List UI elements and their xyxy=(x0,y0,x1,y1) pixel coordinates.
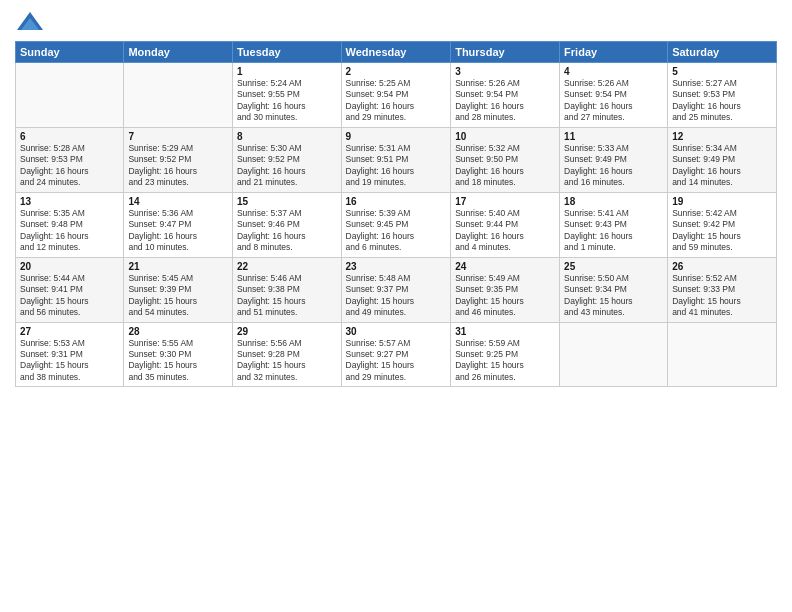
calendar-cell: 23Sunrise: 5:48 AM Sunset: 9:37 PM Dayli… xyxy=(341,257,451,322)
calendar-cell xyxy=(668,322,777,387)
calendar-cell: 13Sunrise: 5:35 AM Sunset: 9:48 PM Dayli… xyxy=(16,192,124,257)
day-content: Sunrise: 5:44 AM Sunset: 9:41 PM Dayligh… xyxy=(20,273,119,319)
calendar-cell xyxy=(560,322,668,387)
day-number: 17 xyxy=(455,196,555,207)
weekday-header-friday: Friday xyxy=(560,42,668,63)
day-content: Sunrise: 5:29 AM Sunset: 9:52 PM Dayligh… xyxy=(128,143,228,189)
calendar-cell: 18Sunrise: 5:41 AM Sunset: 9:43 PM Dayli… xyxy=(560,192,668,257)
day-content: Sunrise: 5:27 AM Sunset: 9:53 PM Dayligh… xyxy=(672,78,772,124)
day-content: Sunrise: 5:24 AM Sunset: 9:55 PM Dayligh… xyxy=(237,78,337,124)
day-number: 10 xyxy=(455,131,555,142)
calendar-cell: 6Sunrise: 5:28 AM Sunset: 9:53 PM Daylig… xyxy=(16,127,124,192)
day-content: Sunrise: 5:37 AM Sunset: 9:46 PM Dayligh… xyxy=(237,208,337,254)
day-number: 7 xyxy=(128,131,228,142)
calendar-cell: 15Sunrise: 5:37 AM Sunset: 9:46 PM Dayli… xyxy=(232,192,341,257)
calendar-cell: 24Sunrise: 5:49 AM Sunset: 9:35 PM Dayli… xyxy=(451,257,560,322)
day-content: Sunrise: 5:26 AM Sunset: 9:54 PM Dayligh… xyxy=(564,78,663,124)
header xyxy=(15,10,777,35)
day-number: 13 xyxy=(20,196,119,207)
day-number: 29 xyxy=(237,326,337,337)
day-content: Sunrise: 5:31 AM Sunset: 9:51 PM Dayligh… xyxy=(346,143,447,189)
calendar-cell xyxy=(16,63,124,128)
day-content: Sunrise: 5:28 AM Sunset: 9:53 PM Dayligh… xyxy=(20,143,119,189)
calendar-week-3: 13Sunrise: 5:35 AM Sunset: 9:48 PM Dayli… xyxy=(16,192,777,257)
calendar-week-4: 20Sunrise: 5:44 AM Sunset: 9:41 PM Dayli… xyxy=(16,257,777,322)
day-content: Sunrise: 5:34 AM Sunset: 9:49 PM Dayligh… xyxy=(672,143,772,189)
calendar-week-5: 27Sunrise: 5:53 AM Sunset: 9:31 PM Dayli… xyxy=(16,322,777,387)
page: SundayMondayTuesdayWednesdayThursdayFrid… xyxy=(0,0,792,612)
day-number: 28 xyxy=(128,326,228,337)
day-number: 20 xyxy=(20,261,119,272)
day-number: 30 xyxy=(346,326,447,337)
calendar-cell: 20Sunrise: 5:44 AM Sunset: 9:41 PM Dayli… xyxy=(16,257,124,322)
calendar-cell: 21Sunrise: 5:45 AM Sunset: 9:39 PM Dayli… xyxy=(124,257,233,322)
day-content: Sunrise: 5:40 AM Sunset: 9:44 PM Dayligh… xyxy=(455,208,555,254)
day-number: 18 xyxy=(564,196,663,207)
weekday-header-row: SundayMondayTuesdayWednesdayThursdayFrid… xyxy=(16,42,777,63)
day-content: Sunrise: 5:41 AM Sunset: 9:43 PM Dayligh… xyxy=(564,208,663,254)
day-content: Sunrise: 5:36 AM Sunset: 9:47 PM Dayligh… xyxy=(128,208,228,254)
calendar-cell: 29Sunrise: 5:56 AM Sunset: 9:28 PM Dayli… xyxy=(232,322,341,387)
calendar-cell: 2Sunrise: 5:25 AM Sunset: 9:54 PM Daylig… xyxy=(341,63,451,128)
day-content: Sunrise: 5:35 AM Sunset: 9:48 PM Dayligh… xyxy=(20,208,119,254)
calendar-cell xyxy=(124,63,233,128)
calendar-cell: 9Sunrise: 5:31 AM Sunset: 9:51 PM Daylig… xyxy=(341,127,451,192)
day-content: Sunrise: 5:42 AM Sunset: 9:42 PM Dayligh… xyxy=(672,208,772,254)
weekday-header-monday: Monday xyxy=(124,42,233,63)
day-content: Sunrise: 5:25 AM Sunset: 9:54 PM Dayligh… xyxy=(346,78,447,124)
day-content: Sunrise: 5:48 AM Sunset: 9:37 PM Dayligh… xyxy=(346,273,447,319)
day-number: 26 xyxy=(672,261,772,272)
calendar-cell: 3Sunrise: 5:26 AM Sunset: 9:54 PM Daylig… xyxy=(451,63,560,128)
day-content: Sunrise: 5:53 AM Sunset: 9:31 PM Dayligh… xyxy=(20,338,119,384)
calendar-cell: 30Sunrise: 5:57 AM Sunset: 9:27 PM Dayli… xyxy=(341,322,451,387)
calendar-cell: 11Sunrise: 5:33 AM Sunset: 9:49 PM Dayli… xyxy=(560,127,668,192)
day-content: Sunrise: 5:26 AM Sunset: 9:54 PM Dayligh… xyxy=(455,78,555,124)
day-number: 31 xyxy=(455,326,555,337)
calendar-table: SundayMondayTuesdayWednesdayThursdayFrid… xyxy=(15,41,777,387)
day-content: Sunrise: 5:45 AM Sunset: 9:39 PM Dayligh… xyxy=(128,273,228,319)
weekday-header-saturday: Saturday xyxy=(668,42,777,63)
day-number: 5 xyxy=(672,66,772,77)
day-number: 12 xyxy=(672,131,772,142)
day-number: 9 xyxy=(346,131,447,142)
day-number: 15 xyxy=(237,196,337,207)
calendar-cell: 28Sunrise: 5:55 AM Sunset: 9:30 PM Dayli… xyxy=(124,322,233,387)
calendar-cell: 22Sunrise: 5:46 AM Sunset: 9:38 PM Dayli… xyxy=(232,257,341,322)
day-content: Sunrise: 5:39 AM Sunset: 9:45 PM Dayligh… xyxy=(346,208,447,254)
calendar-cell: 8Sunrise: 5:30 AM Sunset: 9:52 PM Daylig… xyxy=(232,127,341,192)
calendar-cell: 10Sunrise: 5:32 AM Sunset: 9:50 PM Dayli… xyxy=(451,127,560,192)
day-content: Sunrise: 5:46 AM Sunset: 9:38 PM Dayligh… xyxy=(237,273,337,319)
day-number: 3 xyxy=(455,66,555,77)
day-number: 6 xyxy=(20,131,119,142)
day-number: 14 xyxy=(128,196,228,207)
day-number: 24 xyxy=(455,261,555,272)
calendar-cell: 5Sunrise: 5:27 AM Sunset: 9:53 PM Daylig… xyxy=(668,63,777,128)
calendar-cell: 1Sunrise: 5:24 AM Sunset: 9:55 PM Daylig… xyxy=(232,63,341,128)
day-content: Sunrise: 5:30 AM Sunset: 9:52 PM Dayligh… xyxy=(237,143,337,189)
day-content: Sunrise: 5:56 AM Sunset: 9:28 PM Dayligh… xyxy=(237,338,337,384)
day-content: Sunrise: 5:52 AM Sunset: 9:33 PM Dayligh… xyxy=(672,273,772,319)
weekday-header-wednesday: Wednesday xyxy=(341,42,451,63)
logo xyxy=(15,10,49,35)
calendar-cell: 14Sunrise: 5:36 AM Sunset: 9:47 PM Dayli… xyxy=(124,192,233,257)
day-content: Sunrise: 5:49 AM Sunset: 9:35 PM Dayligh… xyxy=(455,273,555,319)
day-content: Sunrise: 5:50 AM Sunset: 9:34 PM Dayligh… xyxy=(564,273,663,319)
calendar-body: 1Sunrise: 5:24 AM Sunset: 9:55 PM Daylig… xyxy=(16,63,777,387)
day-number: 16 xyxy=(346,196,447,207)
calendar-cell: 25Sunrise: 5:50 AM Sunset: 9:34 PM Dayli… xyxy=(560,257,668,322)
weekday-header-thursday: Thursday xyxy=(451,42,560,63)
weekday-header-tuesday: Tuesday xyxy=(232,42,341,63)
calendar-cell: 4Sunrise: 5:26 AM Sunset: 9:54 PM Daylig… xyxy=(560,63,668,128)
day-content: Sunrise: 5:59 AM Sunset: 9:25 PM Dayligh… xyxy=(455,338,555,384)
calendar-week-1: 1Sunrise: 5:24 AM Sunset: 9:55 PM Daylig… xyxy=(16,63,777,128)
day-number: 22 xyxy=(237,261,337,272)
calendar-cell: 31Sunrise: 5:59 AM Sunset: 9:25 PM Dayli… xyxy=(451,322,560,387)
logo-icon xyxy=(15,10,45,35)
day-number: 2 xyxy=(346,66,447,77)
calendar-cell: 16Sunrise: 5:39 AM Sunset: 9:45 PM Dayli… xyxy=(341,192,451,257)
day-number: 21 xyxy=(128,261,228,272)
calendar-cell: 17Sunrise: 5:40 AM Sunset: 9:44 PM Dayli… xyxy=(451,192,560,257)
day-content: Sunrise: 5:33 AM Sunset: 9:49 PM Dayligh… xyxy=(564,143,663,189)
calendar-cell: 27Sunrise: 5:53 AM Sunset: 9:31 PM Dayli… xyxy=(16,322,124,387)
calendar-week-2: 6Sunrise: 5:28 AM Sunset: 9:53 PM Daylig… xyxy=(16,127,777,192)
